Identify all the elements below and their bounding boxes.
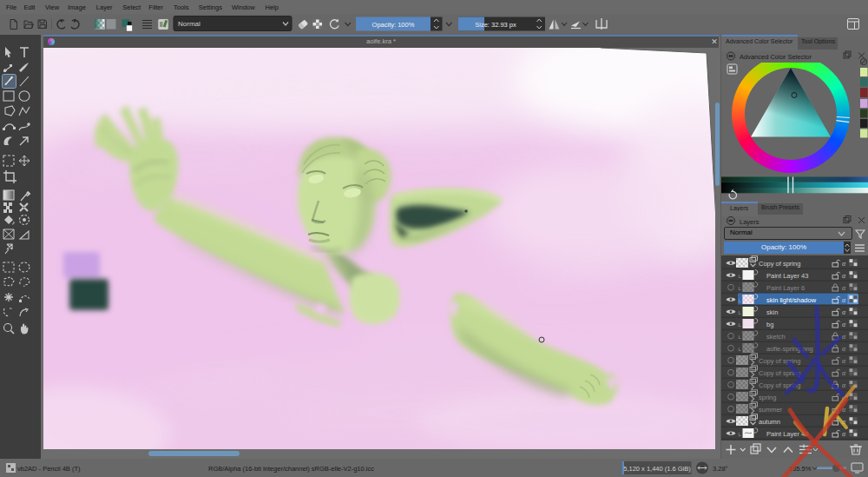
svg-text:Copy of spring: Copy of spring [759,260,800,268]
svg-text:Size: 32.93 px: Size: 32.93 px [475,21,516,29]
svg-text:skin: skin [766,308,778,316]
svg-text:summer: summer [759,406,783,414]
svg-text:bg: bg [766,321,773,328]
svg-text:Layers: Layers [740,218,760,226]
svg-text:155.5%: 155.5% [789,465,812,473]
svg-text:autumn: autumn [759,418,780,426]
svg-text:Normal: Normal [178,20,201,28]
svg-text:Paint Layer 40: Paint Layer 40 [766,430,808,438]
svg-text:aofie-spring.png: aofie-spring.png [766,345,813,353]
svg-text:Advanced Color Selector: Advanced Color Selector [740,53,812,61]
svg-text:Copy of spring: Copy of spring [759,369,800,377]
svg-text:5,120 x 1,440 (1.6 GiB): 5,120 x 1,440 (1.6 GiB) [623,465,691,473]
svg-text:vb2AD - Pencil 4B (T): vb2AD - Pencil 4B (T) [17,465,81,473]
svg-text:spring: spring [759,394,776,401]
svg-text:3.28°: 3.28° [713,465,728,473]
svg-text:Copy of spring: Copy of spring [759,357,800,365]
svg-text:sketch: sketch [766,333,786,341]
svg-text:Copy of spring: Copy of spring [759,381,800,389]
svg-text:Paint Layer 6: Paint Layer 6 [766,284,805,292]
svg-text:skin light/shadow: skin light/shadow [766,296,817,304]
svg-text:Paint Layer 43: Paint Layer 43 [766,272,808,280]
svg-text:Opacity: 100%: Opacity: 100% [372,21,415,29]
svg-text:RGB/Alpha (16-bit integer/chan: RGB/Alpha (16-bit integer/channel) sRGB-… [208,465,374,473]
